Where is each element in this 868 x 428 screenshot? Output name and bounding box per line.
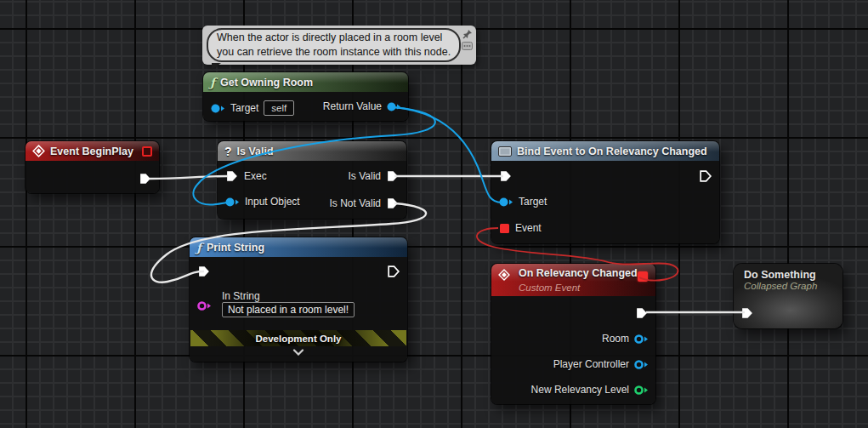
pin-label-in-string: In String <box>222 290 260 302</box>
room-pin[interactable] <box>634 334 649 345</box>
return-value-pin[interactable] <box>387 101 401 112</box>
exec-in-pin[interactable] <box>499 169 513 183</box>
node-subtitle: Custom Event <box>519 282 649 293</box>
exec-in-pin[interactable] <box>225 169 239 183</box>
target-pin[interactable] <box>211 103 225 114</box>
node-header[interactable]: Bind Event to On Relevancy Changed <box>491 141 719 161</box>
is-not-valid-out-pin[interactable] <box>386 197 400 210</box>
exec-out-pin[interactable] <box>699 169 712 183</box>
node-bind-event[interactable]: Bind Event to On Relevancy Changed Targe… <box>491 141 719 243</box>
node-subtitle: Collapsed Graph <box>744 281 842 291</box>
pin-label-exec: Exec <box>244 170 267 182</box>
function-icon: ƒ <box>210 76 215 89</box>
node-header[interactable]: ƒ Get Owning Room <box>203 72 408 92</box>
exec-out-pin[interactable] <box>387 265 400 278</box>
node-title: On Relevancy Changed <box>519 267 638 279</box>
node-header[interactable]: Event BeginPlay <box>26 141 159 161</box>
pushpin-icon[interactable] <box>462 29 473 39</box>
comment-bubble[interactable]: When the actor is directly placed in a r… <box>202 26 476 65</box>
node-do-something[interactable]: Do Something Collapsed Graph <box>734 264 842 328</box>
input-object-pin[interactable] <box>225 197 240 208</box>
pin-label-is-valid: Is Valid <box>349 170 381 182</box>
function-icon: ƒ <box>196 241 201 254</box>
node-title: Is Valid <box>237 146 274 157</box>
is-valid-out-pin[interactable] <box>386 169 400 183</box>
node-title: Bind Event to On Relevancy Changed <box>517 146 707 157</box>
wire-beginplay-to-isvalid <box>150 176 228 179</box>
pin-label-room: Room <box>602 333 629 345</box>
exec-in-pin[interactable] <box>740 306 754 320</box>
pin-label-input-object: Input Object <box>245 196 300 208</box>
delegate-pin[interactable] <box>638 271 648 282</box>
event-delegate-pin[interactable] <box>499 223 510 234</box>
chevron-down-icon[interactable] <box>292 349 304 356</box>
event-icon <box>32 145 45 157</box>
comment-line-2: you can retrieve the room instance with … <box>217 45 451 59</box>
development-only-label: Development Only <box>256 334 342 344</box>
pin-label-target: Target <box>230 102 258 114</box>
exec-in-pin[interactable] <box>197 265 211 278</box>
pin-label-return-value: Return Value <box>323 100 382 112</box>
pin-label-new-relevancy-level: New Relevancy Level <box>531 384 629 396</box>
exec-out-pin[interactable] <box>635 306 649 320</box>
event-icon <box>498 269 510 281</box>
node-get-owning-room[interactable]: ƒ Get Owning Room Target self Return Val… <box>203 72 408 121</box>
blueprint-graph-canvas[interactable]: When the actor is directly placed in a r… <box>0 0 868 428</box>
node-header[interactable]: ? Is Valid <box>218 141 406 161</box>
comment-line-1: When the actor is directly placed in a r… <box>217 31 451 44</box>
comment-bubble-tail <box>212 63 221 70</box>
node-print-string[interactable]: ƒ Print String In String Not placed in a… <box>190 237 407 362</box>
player-controller-pin[interactable] <box>634 359 649 370</box>
in-string-pin[interactable] <box>197 300 212 311</box>
development-only-banner: Development Only <box>190 330 406 346</box>
exec-out-pin[interactable] <box>139 172 152 185</box>
pin-label-target: Target <box>519 196 547 208</box>
wire-returnvalue-to-target <box>394 107 502 203</box>
bind-event-icon <box>498 146 512 157</box>
pin-label-event: Event <box>515 222 542 234</box>
node-header[interactable]: ƒ Print String <box>190 237 407 257</box>
node-title: Do Something <box>744 269 842 281</box>
node-title: Event BeginPlay <box>50 146 133 157</box>
node-event-begin-play[interactable]: Event BeginPlay <box>26 141 159 193</box>
node-is-valid[interactable]: ? Is Valid Exec Input Object Is Valid Is… <box>218 141 406 219</box>
node-on-relevancy-changed[interactable]: On Relevancy Changed Custom Event Room P… <box>491 264 655 404</box>
in-string-value-input[interactable]: Not placed in a room level! <box>222 302 355 317</box>
pin-label-player-controller: Player Controller <box>553 358 629 370</box>
pin-label-is-not-valid: Is Not Valid <box>330 197 381 209</box>
comment-text: When the actor is directly placed in a r… <box>207 28 461 62</box>
node-header[interactable]: On Relevancy Changed Custom Event <box>491 264 655 296</box>
new-relevancy-level-pin[interactable] <box>634 385 649 396</box>
comment-bubble-toggle-icon[interactable] <box>462 42 473 50</box>
node-title: Get Owning Room <box>220 77 313 88</box>
node-title: Print String <box>207 242 264 254</box>
target-pin[interactable] <box>499 197 513 208</box>
delegate-pin[interactable] <box>142 146 152 157</box>
question-icon: ? <box>224 145 232 158</box>
target-self-value[interactable]: self <box>264 100 294 116</box>
